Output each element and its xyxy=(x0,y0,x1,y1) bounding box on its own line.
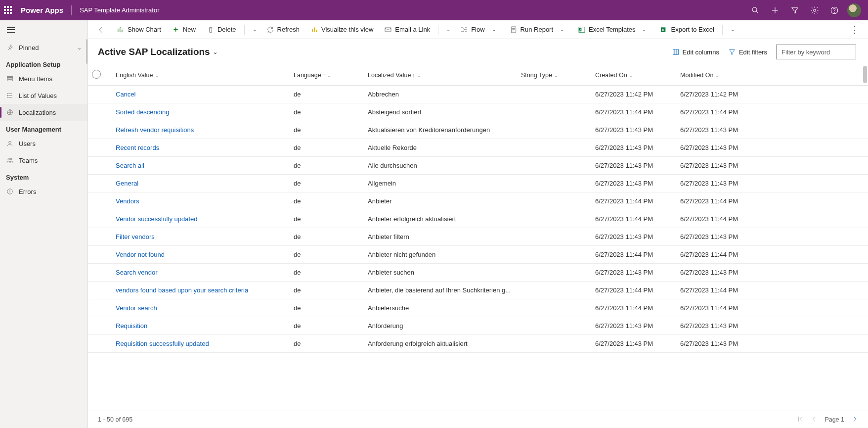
record-link[interactable]: Cancel xyxy=(116,91,135,98)
row-selector[interactable] xyxy=(88,210,112,228)
record-link[interactable]: Vendor search xyxy=(116,304,157,312)
table-row[interactable]: VendorsdeAnbieter6/27/2023 11:44 PM6/27/… xyxy=(88,192,868,210)
table-row[interactable]: Refresh vendor requisitionsdeAktualisier… xyxy=(88,121,868,139)
email-dropdown[interactable]: ⌄ xyxy=(443,24,453,35)
row-selector[interactable] xyxy=(88,121,112,139)
cell-english-value[interactable]: General xyxy=(112,175,290,192)
col-modified-on[interactable]: Modified On⌄ xyxy=(676,65,868,86)
row-selector[interactable] xyxy=(88,228,112,246)
more-commands-button[interactable]: ⋮ xyxy=(847,24,862,35)
cell-english-value[interactable]: Filter vendors xyxy=(112,228,290,246)
table-row[interactable]: CanceldeAbbrechen6/27/2023 11:42 PM6/27/… xyxy=(88,86,868,103)
delete-dropdown[interactable]: ⌄ xyxy=(250,24,260,35)
record-link[interactable]: Sorted descending xyxy=(116,108,169,116)
table-row[interactable]: Recent recordsdeAktuelle Rekorde6/27/202… xyxy=(88,139,868,157)
cell-english-value[interactable]: Requisition xyxy=(112,317,290,335)
delete-button[interactable]: Delete xyxy=(203,22,240,37)
add-icon[interactable] xyxy=(765,0,785,20)
record-link[interactable]: Vendor successfully updated xyxy=(116,215,198,223)
export-dropdown[interactable]: ⌄ xyxy=(728,24,738,35)
cell-english-value[interactable]: Vendor search xyxy=(112,299,290,317)
app-launcher-icon[interactable] xyxy=(4,6,13,15)
sidebar-item-list-of-values[interactable]: List of Values xyxy=(0,87,87,104)
table-row[interactable]: Sorted descendingdeAbsteigend sortiert6/… xyxy=(88,103,868,121)
record-link[interactable]: Requisition xyxy=(116,322,147,330)
record-link[interactable]: Requisition successfully updated xyxy=(116,340,209,347)
table-row[interactable]: Search vendordeAnbieter suchen6/27/2023 … xyxy=(88,264,868,282)
col-created-on[interactable]: Created On⌄ xyxy=(591,65,676,86)
next-page-button[interactable] xyxy=(851,416,858,424)
show-chart-button[interactable]: Show Chart xyxy=(113,22,165,37)
avatar[interactable] xyxy=(847,3,861,17)
filter-keyword-field[interactable] xyxy=(781,48,852,56)
table-row[interactable]: Vendor successfully updateddeAnbieter er… xyxy=(88,210,868,228)
prev-page-button[interactable] xyxy=(811,416,818,424)
row-selector[interactable] xyxy=(88,175,112,192)
record-link[interactable]: General xyxy=(116,180,138,187)
sidebar-scrollbar[interactable] xyxy=(86,39,87,64)
cell-english-value[interactable]: Recent records xyxy=(112,139,290,157)
refresh-button[interactable]: Refresh xyxy=(262,22,304,37)
table-row[interactable]: vendors found based upon your search cri… xyxy=(88,282,868,299)
visualize-button[interactable]: Visualize this view xyxy=(306,22,377,37)
col-string-type[interactable]: String Type⌄ xyxy=(517,65,591,86)
table-row[interactable]: GeneraldeAllgemein6/27/2023 11:43 PM6/27… xyxy=(88,175,868,192)
record-link[interactable]: Refresh vendor requisitions xyxy=(116,126,194,134)
sidebar-pinned[interactable]: Pinned ⌄ xyxy=(0,39,87,56)
table-row[interactable]: Vendor not founddeAnbieter nicht gefunde… xyxy=(88,246,868,264)
row-selector[interactable] xyxy=(88,282,112,299)
row-selector[interactable] xyxy=(88,299,112,317)
cell-english-value[interactable]: Vendor not found xyxy=(112,246,290,264)
view-selector[interactable]: Active SAP Localizations ⌄ xyxy=(98,47,217,57)
sidebar-item-localizations[interactable]: Localizations xyxy=(0,104,87,121)
record-link[interactable]: Search all xyxy=(116,162,144,169)
email-link-button[interactable]: Email a Link xyxy=(380,22,434,37)
table-row[interactable]: Search alldeAlle durchsuchen6/27/2023 11… xyxy=(88,157,868,175)
table-row[interactable]: Requisition successfully updateddeAnford… xyxy=(88,335,868,353)
first-page-button[interactable] xyxy=(797,416,804,424)
col-language[interactable]: Language↑⌄ xyxy=(290,65,364,86)
run-report-button[interactable]: Run Report ⌄ xyxy=(506,22,571,37)
col-english-value[interactable]: English Value⌄ xyxy=(112,65,290,86)
record-link[interactable]: Search vendor xyxy=(116,269,158,276)
record-link[interactable]: vendors found based upon your search cri… xyxy=(116,286,248,294)
table-row[interactable]: Vendor searchdeAnbietersuche6/27/2023 11… xyxy=(88,299,868,317)
record-link[interactable]: Vendors xyxy=(116,197,139,205)
filter-keyword-input[interactable] xyxy=(776,45,856,59)
row-selector[interactable] xyxy=(88,103,112,121)
help-icon[interactable] xyxy=(825,0,844,20)
grid-scrollbar[interactable] xyxy=(862,65,868,411)
flow-dropdown[interactable]: ⌄ xyxy=(489,24,499,35)
new-button[interactable]: ＋ New xyxy=(168,22,200,37)
export-excel-button[interactable]: X Export to Excel xyxy=(656,22,718,37)
report-dropdown[interactable]: ⌄ xyxy=(557,24,567,35)
sidebar-collapse-button[interactable] xyxy=(0,20,87,39)
sidebar-item-teams[interactable]: Teams xyxy=(0,152,87,169)
cell-english-value[interactable]: Vendors xyxy=(112,192,290,210)
excel-templates-button[interactable]: X Excel Templates ⌄ xyxy=(574,22,653,37)
row-selector[interactable] xyxy=(88,192,112,210)
sidebar-item-users[interactable]: Users xyxy=(0,135,87,152)
cell-english-value[interactable]: Cancel xyxy=(112,86,290,103)
cell-english-value[interactable]: Refresh vendor requisitions xyxy=(112,121,290,139)
settings-icon[interactable] xyxy=(805,0,825,20)
record-link[interactable]: Filter vendors xyxy=(116,233,155,240)
cell-english-value[interactable]: vendors found based upon your search cri… xyxy=(112,282,290,299)
filter-icon[interactable] xyxy=(785,0,805,20)
table-row[interactable]: Filter vendorsdeAnbieter filtern6/27/202… xyxy=(88,228,868,246)
cell-english-value[interactable]: Search all xyxy=(112,157,290,175)
table-row[interactable]: RequisitiondeAnforderung6/27/2023 11:43 … xyxy=(88,317,868,335)
row-selector[interactable] xyxy=(88,264,112,282)
excel-templates-dropdown[interactable]: ⌄ xyxy=(639,24,649,35)
record-link[interactable]: Recent records xyxy=(116,144,159,151)
row-selector[interactable] xyxy=(88,317,112,335)
edit-columns-button[interactable]: Edit columns xyxy=(672,48,719,56)
row-selector[interactable] xyxy=(88,246,112,264)
flow-button[interactable]: Flow ⌄ xyxy=(456,22,502,37)
sidebar-item-errors[interactable]: Errors xyxy=(0,183,87,200)
brand-label[interactable]: Power Apps xyxy=(21,6,63,14)
select-all-header[interactable] xyxy=(88,65,112,86)
record-link[interactable]: Vendor not found xyxy=(116,251,165,258)
row-selector[interactable] xyxy=(88,157,112,175)
col-localized-value[interactable]: Localized Value↑⌄ xyxy=(364,65,517,86)
